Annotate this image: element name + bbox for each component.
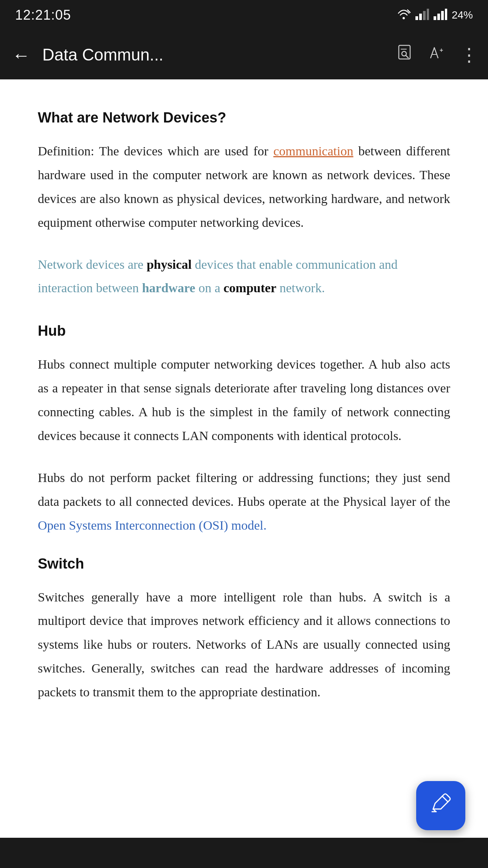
- hub-section: Hub Hubs connect multiple computer netwo…: [38, 323, 450, 537]
- definition-prefix: Definition: The devices which are used f…: [38, 144, 273, 158]
- search-document-button[interactable]: [397, 45, 414, 65]
- app-bar: ← Data Commun... + ⋮: [0, 30, 488, 79]
- svg-rect-4: [423, 11, 426, 20]
- fab-edit-button[interactable]: [416, 781, 465, 830]
- switch-heading: Switch: [38, 556, 450, 572]
- svg-rect-8: [441, 11, 444, 20]
- svg-rect-10: [399, 45, 410, 59]
- app-bar-title: Data Commun...: [42, 45, 388, 64]
- status-icons: 24%: [397, 8, 473, 22]
- summary-prefix: Network devices are: [38, 257, 147, 271]
- signal-icon: [415, 9, 429, 22]
- switch-section: Switch Switches generally have a more in…: [38, 556, 450, 704]
- hub-para1: Hubs connect multiple computer networkin…: [38, 353, 450, 448]
- osi-model-link[interactable]: Open Systems Interconnection (OSI) model…: [38, 518, 266, 532]
- bottom-bar: [0, 838, 488, 868]
- network-devices-heading: What are Network Devices?: [38, 110, 450, 126]
- svg-rect-9: [445, 9, 447, 20]
- battery-indicator: 24%: [452, 9, 473, 21]
- network-devices-section: What are Network Devices? Definition: Th…: [38, 110, 450, 300]
- hub-para2: Hubs do not perform packet filtering or …: [38, 466, 450, 538]
- drive-button[interactable]: +: [428, 45, 446, 65]
- status-time: 12:21:05: [15, 7, 71, 23]
- summary-bold-computer: computer: [223, 281, 276, 295]
- app-bar-actions: + ⋮: [397, 44, 479, 65]
- svg-text:+: +: [440, 47, 443, 53]
- summary-suffix: network.: [276, 281, 325, 295]
- svg-rect-6: [434, 16, 436, 20]
- svg-line-16: [442, 796, 448, 802]
- svg-rect-3: [419, 14, 422, 20]
- summary-paragraph: Network devices are physical devices tha…: [38, 253, 450, 301]
- hub-para2-prefix: Hubs do not perform packet filtering or …: [38, 471, 450, 508]
- status-bar: 12:21:05: [0, 0, 488, 30]
- signal-icon-2: [434, 9, 447, 22]
- switch-para1: Switches generally have a more intellige…: [38, 586, 450, 704]
- summary-bold-physical: physical: [147, 257, 192, 271]
- svg-rect-2: [415, 16, 418, 20]
- definition-paragraph: Definition: The devices which are used f…: [38, 140, 450, 235]
- wifi-icon: [397, 8, 411, 22]
- hub-heading: Hub: [38, 323, 450, 339]
- svg-rect-5: [427, 9, 429, 20]
- svg-rect-7: [437, 14, 440, 20]
- svg-line-12: [406, 56, 408, 58]
- svg-point-0: [403, 17, 405, 19]
- more-options-button[interactable]: ⋮: [460, 44, 479, 65]
- communication-link[interactable]: communication: [273, 144, 353, 158]
- summary-bold-hardware: hardware: [142, 281, 195, 295]
- summary-middle2: on a: [195, 281, 224, 295]
- back-button[interactable]: ←: [9, 42, 33, 68]
- edit-icon: [429, 792, 452, 819]
- document-content: What are Network Devices? Definition: Th…: [0, 79, 488, 838]
